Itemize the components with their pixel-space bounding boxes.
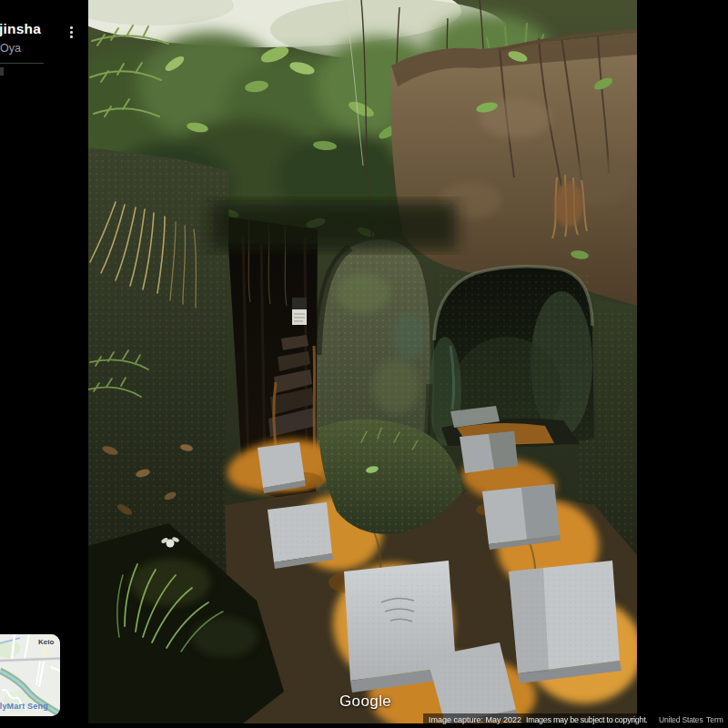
map-label-rail: Keio [38,638,54,646]
overflow-menu-icon[interactable] [67,24,76,41]
minimap[interactable]: Keio ilyMart Seng [0,634,60,716]
copyright-notice: Images may be subject to copyright. [526,715,648,724]
terms-link[interactable]: Term [706,715,723,724]
sidebar-divider [0,63,44,64]
place-address: Oya [0,42,64,55]
map-label-poi: ilyMart Seng [0,702,48,711]
attribution-bar: Image capture: May 2022 Images may be su… [423,713,728,725]
streetview-sidebar: jinsha Oya [0,0,88,728]
cut-off-list-item [0,67,4,76]
region-label[interactable]: United States [659,715,703,724]
image-capture-date: Image capture: May 2022 [429,715,521,724]
street-view-panorama[interactable] [88,0,637,723]
place-title: jinsha [0,21,65,37]
